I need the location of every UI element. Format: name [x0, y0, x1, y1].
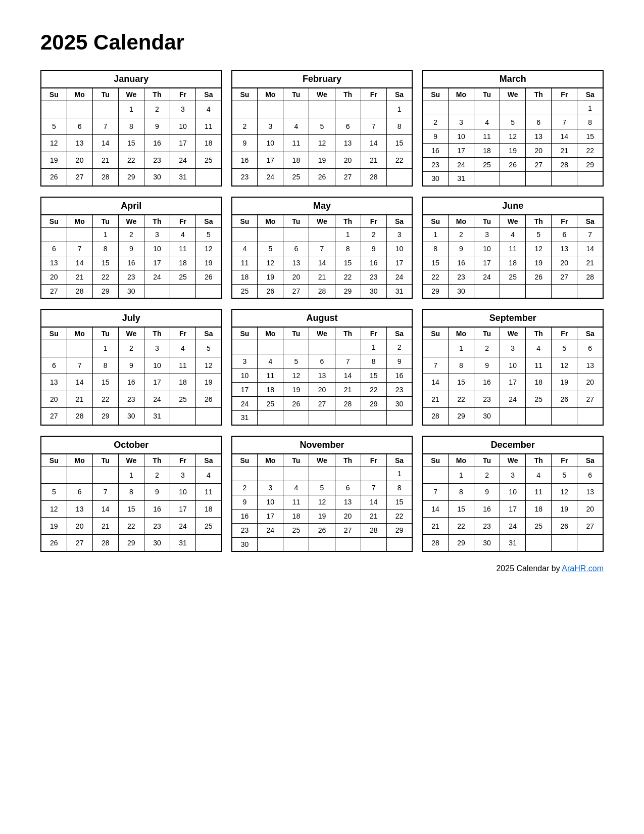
month-march: MarchSuMoTuWeThFrSa123456789101112131415… [422, 70, 604, 187]
calendar-day-cell: 5 [309, 118, 335, 135]
calendar-day-cell: 1 [422, 227, 448, 242]
calendar-day-cell: 12 [309, 135, 335, 152]
calendar-day-cell [258, 340, 283, 354]
calendar-day-cell: 10 [144, 357, 170, 374]
calendar-day-cell: 23 [232, 523, 258, 537]
calendar-day-cell: 6 [67, 484, 92, 501]
calendar-day-cell [41, 340, 67, 357]
day-header-fr: Fr [552, 88, 577, 101]
day-header-fr: Fr [170, 88, 195, 101]
month-name-april: April [41, 197, 222, 215]
calendar-day-cell: 3 [232, 354, 258, 368]
calendar-day-cell: 14 [67, 256, 92, 270]
calendar-day-cell: 27 [283, 284, 309, 298]
calendar-day-cell: 21 [92, 518, 118, 535]
calendar-day-cell: 21 [577, 256, 603, 270]
calendar-day-cell: 30 [144, 534, 170, 551]
day-header-tu: Tu [283, 454, 309, 467]
calendar-day-cell: 11 [526, 484, 552, 501]
calendar-day-cell: 8 [92, 357, 118, 374]
calendar-day-cell [422, 101, 448, 115]
calendar-day-cell [526, 534, 552, 551]
calendar-day-cell: 4 [232, 242, 258, 256]
calendar-day-cell: 3 [258, 481, 283, 495]
month-name-october: October [41, 436, 222, 454]
calendar-day-cell: 17 [170, 500, 195, 518]
calendar-day-cell: 6 [41, 242, 67, 256]
calendar-day-cell: 25 [196, 518, 222, 535]
calendar-day-cell: 12 [552, 484, 577, 501]
calendar-day-cell: 24 [448, 158, 474, 172]
calendar-day-cell: 6 [577, 467, 603, 484]
calendar-day-cell: 21 [422, 391, 448, 408]
calendar-day-cell: 16 [474, 374, 500, 391]
calendar-day-cell: 24 [500, 391, 526, 408]
calendar-day-cell: 8 [386, 481, 412, 495]
calendar-day-cell: 27 [577, 391, 603, 408]
calendar-day-cell: 10 [500, 357, 526, 374]
calendar-day-cell: 22 [386, 152, 412, 169]
calendar-day-cell: 13 [67, 500, 92, 518]
calendar-day-cell [196, 284, 222, 298]
footer-link[interactable]: AraHR.com [562, 564, 604, 573]
calendar-day-cell: 23 [474, 518, 500, 535]
calendar-day-cell: 26 [309, 169, 335, 186]
calendar-day-cell: 4 [526, 340, 552, 357]
calendar-day-cell: 2 [386, 340, 412, 354]
calendar-day-cell: 1 [335, 227, 361, 242]
day-header-th: Th [335, 454, 361, 467]
calendar-day-cell: 19 [196, 374, 222, 391]
calendar-day-cell: 16 [232, 509, 258, 523]
footer: 2025 Calendar by AraHR.com [40, 564, 604, 573]
day-header-su: Su [422, 327, 448, 340]
month-may: MaySuMoTuWeThFrSa12345678910111213141516… [231, 197, 413, 299]
calendar-day-cell: 8 [577, 115, 603, 129]
calendar-day-cell: 6 [283, 242, 309, 256]
calendar-day-cell [144, 284, 170, 298]
calendar-day-cell: 30 [118, 408, 144, 425]
calendar-day-cell: 25 [283, 169, 309, 186]
calendar-day-cell: 26 [283, 397, 309, 411]
calendar-day-cell: 26 [526, 270, 552, 284]
calendar-day-cell: 12 [552, 357, 577, 374]
calendar-week-row: 2728293031 [41, 408, 222, 425]
calendar-day-cell: 30 [144, 169, 170, 186]
month-name-september: September [422, 309, 603, 327]
calendar-day-cell [170, 284, 195, 298]
day-header-we: We [500, 215, 526, 228]
calendar-day-cell: 9 [232, 495, 258, 509]
calendar-day-cell: 6 [309, 354, 335, 368]
calendar-day-cell [474, 172, 500, 186]
calendar-day-cell [422, 467, 448, 484]
day-header-fr: Fr [170, 454, 195, 467]
calendar-day-cell: 14 [422, 374, 448, 391]
calendar-day-cell: 18 [283, 152, 309, 169]
day-header-th: Th [335, 88, 361, 101]
day-header-we: We [309, 327, 335, 340]
calendar-day-cell: 7 [422, 357, 448, 374]
calendar-day-cell: 25 [170, 391, 195, 408]
calendar-day-cell [386, 411, 412, 425]
calendar-day-cell: 28 [92, 169, 118, 186]
calendar-week-row: 12131415161718 [41, 135, 222, 152]
calendar-day-cell: 26 [196, 391, 222, 408]
calendar-day-cell: 14 [422, 500, 448, 518]
calendar-day-cell [309, 467, 335, 481]
calendar-day-cell: 5 [41, 118, 67, 135]
calendar-week-row: 1234 [41, 467, 222, 484]
calendar-day-cell: 29 [92, 284, 118, 298]
calendar-week-row: 30 [232, 537, 413, 551]
day-header-sa: Sa [386, 215, 412, 228]
calendar-week-row: 14151617181920 [422, 500, 603, 518]
calendar-day-cell: 22 [577, 144, 603, 158]
calendar-day-cell: 16 [118, 374, 144, 391]
month-name-may: May [232, 197, 413, 215]
calendar-day-cell: 17 [170, 135, 195, 152]
calendar-day-cell: 13 [577, 357, 603, 374]
calendar-week-row: 9101112131415 [232, 495, 413, 509]
calendar-day-cell: 30 [232, 537, 258, 551]
day-header-sa: Sa [577, 454, 603, 467]
calendar-day-cell: 13 [577, 484, 603, 501]
day-header-th: Th [526, 215, 552, 228]
calendar-day-cell: 9 [422, 129, 448, 144]
